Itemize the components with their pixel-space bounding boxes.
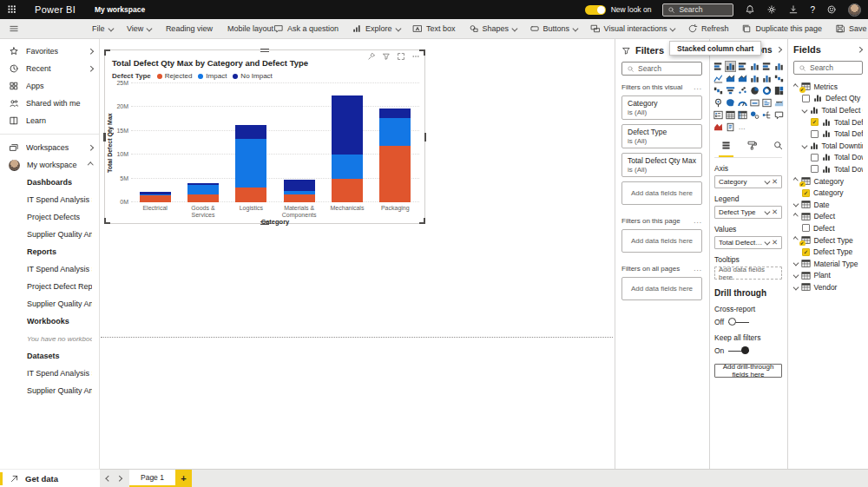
nav-item-it-spend-analysis-s[interactable]: IT Spend Analysis S... xyxy=(0,260,99,278)
field-well-axis[interactable]: Category✕ xyxy=(714,175,782,188)
kpi-icon[interactable] xyxy=(773,97,785,109)
field-row-material-type[interactable]: Material Type xyxy=(793,258,863,270)
map-icon[interactable] xyxy=(713,97,724,109)
menu-item-file[interactable]: File xyxy=(92,24,112,33)
field-row-defect-qty[interactable]: Defect Qty ... xyxy=(793,93,863,105)
settings-icon[interactable] xyxy=(766,4,777,15)
field-row-category[interactable]: ✓Category xyxy=(793,175,863,188)
key-influencers-icon[interactable] xyxy=(749,109,760,121)
nav-item-it-spend-analysis-s[interactable]: IT Spend Analysis S... xyxy=(0,365,99,382)
bar-segment-rejected[interactable] xyxy=(235,188,266,202)
filter-card-defect-type[interactable]: Defect Typeis (All) xyxy=(621,124,702,148)
notifications-icon[interactable] xyxy=(745,4,755,15)
bar-segment-no-impact[interactable] xyxy=(235,125,266,138)
format-tab[interactable] xyxy=(745,138,760,157)
bar-segment-no-impact[interactable] xyxy=(379,109,411,119)
donut-chart-icon[interactable] xyxy=(761,85,773,96)
fields-tab[interactable] xyxy=(719,138,733,157)
table-icon[interactable] xyxy=(725,109,736,121)
account-avatar[interactable] xyxy=(848,3,861,16)
card-icon[interactable] xyxy=(749,97,760,109)
filter-card-category[interactable]: Categoryis (All) xyxy=(621,95,702,120)
100-stacked-bar-chart-icon[interactable] xyxy=(761,61,773,72)
more-options-icon[interactable]: ... xyxy=(694,217,702,225)
more-options-icon[interactable]: ... xyxy=(694,265,702,273)
global-search-input[interactable]: Search xyxy=(662,3,733,16)
collapse-pane-icon[interactable] xyxy=(857,47,862,52)
field-checkbox[interactable] xyxy=(811,165,819,173)
matrix-icon[interactable] xyxy=(737,109,748,121)
field-checkbox[interactable]: ✓ xyxy=(802,248,810,256)
resize-handle[interactable] xyxy=(103,133,106,141)
pie-chart-icon[interactable] xyxy=(749,85,760,96)
toolbar-shapes[interactable]: Shapes xyxy=(469,23,516,34)
toolbar-save[interactable]: Save xyxy=(835,23,867,34)
remove-field-icon[interactable]: ✕ xyxy=(772,208,778,216)
chevron-up-icon[interactable] xyxy=(793,84,798,89)
pin-icon[interactable] xyxy=(367,52,376,61)
nav-item-learn[interactable]: Learn xyxy=(0,112,99,129)
chevron-down-icon[interactable] xyxy=(802,142,807,148)
add-data-fields-dropzone[interactable]: Add data fields here xyxy=(621,277,702,300)
add-data-fields-dropzone[interactable]: Add data fields here xyxy=(714,267,782,280)
nav-item-recent[interactable]: Recent xyxy=(0,60,99,77)
add-data-fields-dropzone[interactable]: Add data fields here xyxy=(621,229,702,253)
field-row-metrics[interactable]: ✓Metrics xyxy=(793,81,863,93)
stacked-bar-goods-services[interactable] xyxy=(187,183,219,202)
toolbar-ask-a-question[interactable]: Ask a question xyxy=(273,23,339,34)
next-page-icon[interactable] xyxy=(116,476,122,481)
workspace-name[interactable]: My workspace xyxy=(95,5,145,14)
drag-grip[interactable] xyxy=(260,49,269,52)
legend-item-no-impact[interactable]: No Impact xyxy=(233,72,272,80)
filters-search-input[interactable]: Search xyxy=(621,62,702,76)
qna-icon[interactable] xyxy=(773,109,785,121)
menu-item-view[interactable]: View xyxy=(127,24,151,33)
nav-item-project-defects[interactable]: Project Defects xyxy=(0,208,99,226)
power-apps-icon[interactable] xyxy=(713,122,724,133)
stacked-column-chart-icon[interactable] xyxy=(725,61,736,72)
stacked-bar-chart-icon[interactable] xyxy=(713,61,724,72)
cross-report-toggle[interactable] xyxy=(728,318,749,326)
field-checkbox[interactable] xyxy=(802,224,810,232)
field-checkbox[interactable] xyxy=(802,95,810,102)
bar-segment-impact[interactable] xyxy=(332,155,363,179)
drag-grip[interactable] xyxy=(260,221,269,225)
field-row-plant[interactable]: Plant xyxy=(793,270,863,282)
gauge-icon[interactable] xyxy=(737,97,748,109)
field-checkbox[interactable] xyxy=(811,130,819,138)
feedback-icon[interactable] xyxy=(826,4,837,15)
bar-segment-no-impact[interactable] xyxy=(332,95,363,155)
field-well-legend[interactable]: Defect Type✕ xyxy=(714,206,782,219)
fields-search-input[interactable]: Search xyxy=(793,61,863,75)
new-look-toggle[interactable]: New look on xyxy=(585,5,652,15)
toolbar-text-box[interactable]: Text box xyxy=(412,23,456,34)
field-row-total-defect[interactable]: ✓Total Defect... xyxy=(793,116,863,128)
chevron-up-icon[interactable] xyxy=(793,237,798,242)
waterfall-chart-icon[interactable] xyxy=(713,85,724,96)
nav-item-favorites[interactable]: Favorites xyxy=(0,43,99,60)
nav-item-apps[interactable]: Apps xyxy=(0,77,99,95)
filled-map-icon[interactable] xyxy=(725,97,736,109)
nav-item-supplier-quality-an[interactable]: Supplier Quality An... xyxy=(0,382,99,399)
focus-mode-icon[interactable] xyxy=(397,52,405,61)
field-row-defect-type[interactable]: ✓Defect Type xyxy=(793,234,863,247)
bar-segment-no-impact[interactable] xyxy=(284,180,315,191)
nav-item-workspaces[interactable]: Workspaces xyxy=(0,139,99,156)
stacked-bar-logistics[interactable] xyxy=(235,125,266,202)
chevron-down-icon[interactable] xyxy=(793,260,799,266)
filter-icon[interactable] xyxy=(382,52,391,61)
menu-item-mobile-layout[interactable]: Mobile layout xyxy=(227,24,273,33)
help-icon[interactable]: ? xyxy=(810,5,815,15)
download-icon[interactable] xyxy=(788,4,799,15)
nav-item-my-workspace[interactable]: My workspace xyxy=(0,156,99,174)
chevron-down-icon[interactable] xyxy=(793,201,799,207)
waffle-menu-icon[interactable] xyxy=(7,4,17,15)
ribbon-chart-icon[interactable] xyxy=(773,73,785,84)
clustered-bar-chart-icon[interactable] xyxy=(737,61,748,72)
chevron-down-icon[interactable] xyxy=(765,209,770,214)
bar-segment-rejected[interactable] xyxy=(379,146,411,202)
get-data-button[interactable]: Get data xyxy=(0,469,100,487)
keep-filters-toggle[interactable] xyxy=(728,346,749,355)
field-row-defect[interactable]: Defect xyxy=(793,222,863,234)
add-page-button[interactable]: + xyxy=(175,470,192,487)
